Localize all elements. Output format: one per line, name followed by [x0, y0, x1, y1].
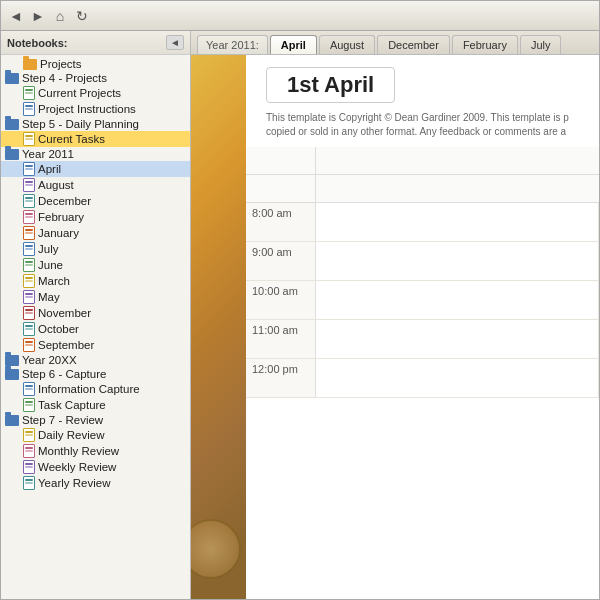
- sidebar-item-label: March: [38, 275, 70, 287]
- event-cell[interactable]: [316, 281, 599, 319]
- sidebar-item-february[interactable]: February: [1, 209, 190, 225]
- sidebar-item-label: Monthly Review: [38, 445, 119, 457]
- copyright-line2: copied or sold in any other format. Any …: [266, 126, 566, 137]
- time-cell: 12:00 pm: [246, 359, 316, 397]
- sidebar-item-label: February: [38, 211, 84, 223]
- app-container: ◄ ► ⌂ ↻ Notebooks: ◄ Projects Step 4 - P…: [0, 0, 600, 600]
- sidebar-item-november[interactable]: November: [1, 305, 190, 321]
- time-cell: 11:00 am: [246, 320, 316, 358]
- copyright-line1: This template is Copyright © Dean Gardin…: [266, 112, 569, 123]
- back-icon[interactable]: ◄: [7, 7, 25, 25]
- sidebar-item-info-capture[interactable]: Information Capture: [1, 381, 190, 397]
- sidebar-item-october[interactable]: October: [1, 321, 190, 337]
- sidebar-item-label: Projects: [40, 58, 82, 70]
- sidebar-item-label: May: [38, 291, 60, 303]
- sidebar-item-current-projects[interactable]: Current Projects: [1, 85, 190, 101]
- sidebar-item-label: September: [38, 339, 94, 351]
- sidebar-item-label: Yearly Review: [38, 477, 110, 489]
- sidebar-item-august[interactable]: August: [1, 177, 190, 193]
- tab-august[interactable]: August: [319, 35, 375, 54]
- sidebar-item-step7[interactable]: Step 7 - Review: [1, 413, 190, 427]
- sidebar-item-label: Year 20XX: [22, 354, 77, 366]
- schedule-area: 8:00 am 9:00 am 10:00 am 11:00 am 12:00 …: [246, 203, 599, 599]
- schedule-row: 9:00 am: [246, 242, 599, 281]
- sidebar-item-step5[interactable]: Step 5 - Daily Planning: [1, 117, 190, 131]
- sidebar: Notebooks: ◄ Projects Step 4 - Projects …: [1, 31, 191, 599]
- time-cell: 10:00 am: [246, 281, 316, 319]
- event-cell[interactable]: [316, 203, 599, 241]
- event-cell[interactable]: [316, 242, 599, 280]
- sidebar-item-projects[interactable]: Projects: [1, 57, 190, 71]
- decorative-image: [191, 55, 246, 599]
- sidebar-item-label: June: [38, 259, 63, 271]
- schedule-row: 8:00 am: [246, 203, 599, 242]
- sidebar-item-yearly-review[interactable]: Yearly Review: [1, 475, 190, 491]
- sidebar-item-label: July: [38, 243, 58, 255]
- sidebar-item-april[interactable]: April: [1, 161, 190, 177]
- sidebar-item-step4-projects[interactable]: Step 4 - Projects: [1, 71, 190, 85]
- sidebar-item-may[interactable]: May: [1, 289, 190, 305]
- sidebar-item-weekly-review[interactable]: Weekly Review: [1, 459, 190, 475]
- sidebar-item-label: October: [38, 323, 79, 335]
- sidebar-item-daily-review[interactable]: Daily Review: [1, 427, 190, 443]
- sidebar-item-label: Current Projects: [38, 87, 121, 99]
- tab-july[interactable]: July: [520, 35, 562, 54]
- sidebar-content[interactable]: Projects Step 4 - Projects Current Proje…: [1, 55, 190, 599]
- breadcrumb: Year 2011:: [197, 35, 268, 54]
- sidebar-item-label: January: [38, 227, 79, 239]
- sidebar-item-current-tasks[interactable]: Curent Tasks: [1, 131, 190, 147]
- sidebar-item-label: Project Instructions: [38, 103, 136, 115]
- sidebar-item-september[interactable]: September: [1, 337, 190, 353]
- sidebar-item-label: Step 7 - Review: [22, 414, 103, 426]
- sidebar-item-july[interactable]: July: [1, 241, 190, 257]
- sidebar-item-label: Step 6 - Capture: [22, 368, 106, 380]
- sidebar-item-label: Task Capture: [38, 399, 106, 411]
- sidebar-header: Notebooks: ◄: [1, 31, 190, 55]
- sidebar-item-june[interactable]: June: [1, 257, 190, 273]
- collapse-button[interactable]: ◄: [166, 35, 184, 50]
- sidebar-item-year2011[interactable]: Year 2011: [1, 147, 190, 161]
- sidebar-item-december[interactable]: December: [1, 193, 190, 209]
- time-cell: 9:00 am: [246, 242, 316, 280]
- schedule-row: 10:00 am: [246, 281, 599, 320]
- sidebar-item-step6[interactable]: Step 6 - Capture: [1, 367, 190, 381]
- event-cell[interactable]: [316, 320, 599, 358]
- copyright-text: This template is Copyright © Dean Gardin…: [266, 111, 579, 139]
- forward-icon[interactable]: ►: [29, 7, 47, 25]
- sidebar-item-label: Year 2011: [22, 148, 74, 160]
- sidebar-item-task-capture[interactable]: Task Capture: [1, 397, 190, 413]
- page-header: 1st April This template is Copyright © D…: [246, 55, 599, 147]
- tabs-bar: Year 2011:AprilAugustDecemberFebruaryJul…: [191, 31, 599, 55]
- content-area: Year 2011:AprilAugustDecemberFebruaryJul…: [191, 31, 599, 599]
- sidebar-item-monthly-review[interactable]: Monthly Review: [1, 443, 190, 459]
- sidebar-item-march[interactable]: March: [1, 273, 190, 289]
- tab-february[interactable]: February: [452, 35, 518, 54]
- sidebar-item-january[interactable]: January: [1, 225, 190, 241]
- toolbar: ◄ ► ⌂ ↻: [1, 1, 599, 31]
- main-area: Notebooks: ◄ Projects Step 4 - Projects …: [1, 31, 599, 599]
- tab-april[interactable]: April: [270, 35, 317, 54]
- sidebar-item-project-instructions[interactable]: Project Instructions: [1, 101, 190, 117]
- sidebar-item-label: Curent Tasks: [38, 133, 105, 145]
- notebooks-label: Notebooks:: [7, 37, 68, 49]
- sidebar-item-label: December: [38, 195, 91, 207]
- tab-december[interactable]: December: [377, 35, 450, 54]
- time-cell: 8:00 am: [246, 203, 316, 241]
- sidebar-item-label: Information Capture: [38, 383, 140, 395]
- event-cell[interactable]: [316, 359, 599, 397]
- sidebar-item-label: Step 5 - Daily Planning: [22, 118, 139, 130]
- sidebar-item-label: August: [38, 179, 74, 191]
- sidebar-item-label: April: [38, 163, 61, 175]
- sidebar-item-label: November: [38, 307, 91, 319]
- sidebar-item-label: Weekly Review: [38, 461, 116, 473]
- home-icon[interactable]: ⌂: [51, 7, 69, 25]
- sidebar-item-year20xx[interactable]: Year 20XX: [1, 353, 190, 367]
- schedule-row: 11:00 am: [246, 320, 599, 359]
- page-main: 1st April This template is Copyright © D…: [191, 55, 599, 599]
- sidebar-item-label: Daily Review: [38, 429, 104, 441]
- page-title: 1st April: [266, 67, 395, 103]
- sidebar-item-label: Step 4 - Projects: [22, 72, 107, 84]
- sync-icon[interactable]: ↻: [73, 7, 91, 25]
- schedule-row: 12:00 pm: [246, 359, 599, 398]
